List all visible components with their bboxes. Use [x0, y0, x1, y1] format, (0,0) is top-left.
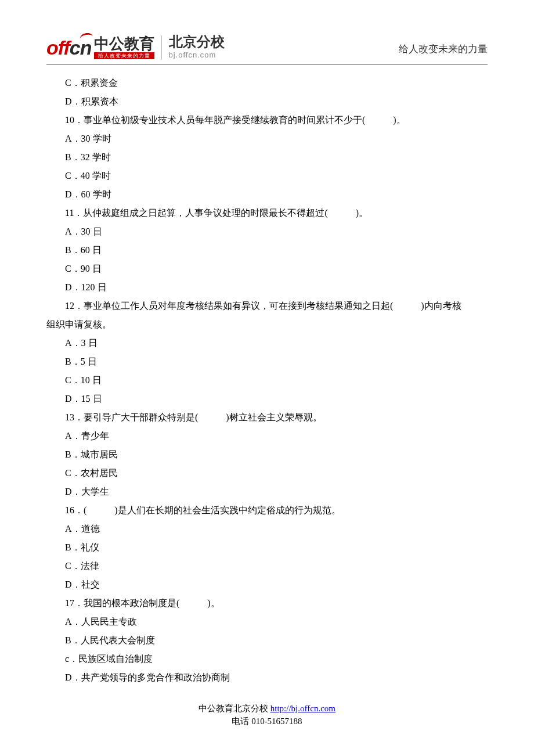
- document-body: C．积累资金D．积累资本10．事业单位初级专业技术人员每年脱产接受继续教育的时间…: [46, 74, 488, 687]
- body-line: D．大学生: [46, 483, 488, 501]
- body-line: 11．从仲裁庭组成之日起算，人事争议处理的时限最长不得超过( )。: [46, 204, 488, 222]
- body-line: A．30 日: [46, 222, 488, 241]
- body-line: D．120 日: [46, 278, 488, 297]
- body-line: D．积累资本: [46, 92, 488, 111]
- body-line: 13．要引导广大干部群众特别是( )树立社会主义荣辱观。: [46, 408, 488, 427]
- body-line: A．青少年: [46, 427, 488, 445]
- body-line: 16．( )是人们在长期的社会生活实践中约定俗成的行为规范。: [46, 501, 488, 520]
- body-line: B．人民代表大会制度: [46, 631, 488, 650]
- footer-link[interactable]: http://bj.offcn.com: [270, 704, 335, 713]
- body-line: C．90 日: [46, 260, 488, 278]
- body-line: C．农村居民: [46, 464, 488, 483]
- vertical-divider: [161, 35, 162, 60]
- body-line: D．15 日: [46, 390, 488, 408]
- branch-info: 北京分校 bj.offcn.com: [169, 35, 225, 60]
- footer-prefix: 中公教育北京分校: [199, 704, 268, 713]
- body-line: A．人民民主专政: [46, 613, 488, 631]
- body-line: 组织申请复核。: [46, 315, 488, 334]
- body-line: C．积累资金: [46, 74, 488, 92]
- body-line: 17．我国的根本政治制度是( )。: [46, 594, 488, 613]
- body-line: C．40 学时: [46, 167, 488, 185]
- body-line: 10．事业单位初级专业技术人员每年脱产接受继续教育的时间累计不少于( )。: [46, 111, 488, 129]
- brand-subtitle: 给人改变未来的力量: [94, 52, 154, 60]
- body-line: A．3 日: [46, 334, 488, 352]
- brand-name: 中公教育: [94, 36, 154, 51]
- body-line: D．共产党领导的多党合作和政治协商制: [46, 668, 488, 687]
- body-line: B．60 日: [46, 241, 488, 260]
- body-line: C．法律: [46, 557, 488, 575]
- body-line: B．礼仪: [46, 538, 488, 557]
- body-line: c．民族区域自治制度: [46, 650, 488, 668]
- body-line: D．60 学时: [46, 185, 488, 204]
- body-line: A．30 学时: [46, 129, 488, 148]
- body-line: D．社交: [46, 575, 488, 594]
- logo-area: offcn 中公教育 给人改变未来的力量 北京分校 bj.offcn.com: [46, 35, 225, 60]
- brand-chinese: 中公教育 给人改变未来的力量: [94, 36, 154, 60]
- body-line: C．10 日: [46, 371, 488, 390]
- body-line: B．32 学时: [46, 148, 488, 167]
- body-line: A．道德: [46, 520, 488, 538]
- page-header: offcn 中公教育 给人改变未来的力量 北京分校 bj.offcn.com 给…: [46, 35, 488, 64]
- brand-logo-icon: offcn: [46, 38, 92, 57]
- body-line: B．5 日: [46, 352, 488, 371]
- footer-line1: 中公教育北京分校 http://bj.offcn.com: [46, 702, 488, 715]
- offcn-logo: offcn: [46, 38, 92, 57]
- slogan: 给人改变未来的力量: [399, 39, 488, 60]
- branch-name: 北京分校: [169, 35, 225, 49]
- footer-phone: 电话 010-51657188: [46, 715, 488, 728]
- body-line: 12．事业单位工作人员对年度考核结果如有异议，可在接到考核结果通知之日起( )内…: [46, 297, 488, 315]
- page-footer: 中公教育北京分校 http://bj.offcn.com 电话 010-5165…: [46, 702, 488, 728]
- body-line: B．城市居民: [46, 445, 488, 464]
- branch-url: bj.offcn.com: [169, 51, 225, 60]
